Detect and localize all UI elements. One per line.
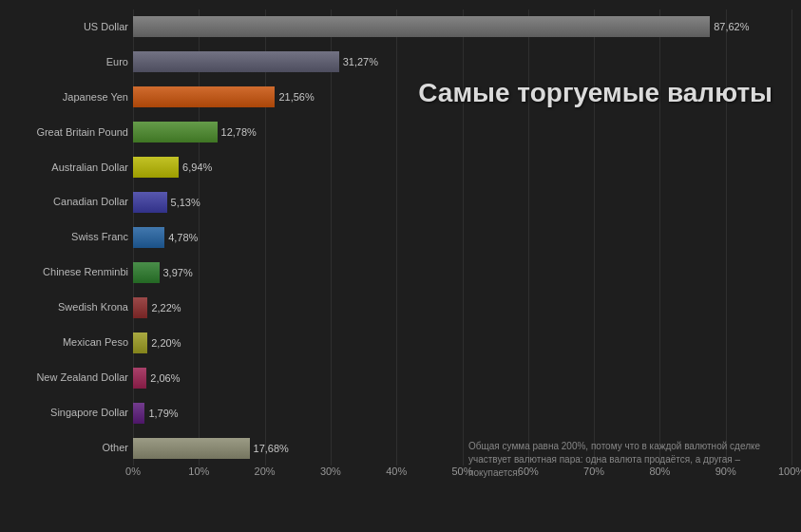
bar — [133, 438, 250, 459]
y-label: New Zealand Dollar — [10, 371, 128, 384]
y-label: Mexican Peso — [10, 336, 128, 349]
y-label: Canadian Dollar — [10, 196, 128, 208]
bar-row: 21,56% — [133, 84, 791, 110]
bar-value-label: 31,27% — [343, 56, 378, 67]
x-tick: 20% — [255, 466, 276, 477]
bar-row: 6,94% — [133, 154, 791, 180]
bar-row: 2,06% — [133, 365, 791, 391]
bar-value-label: 6,94% — [182, 162, 212, 173]
bar — [133, 368, 146, 389]
bar-value-label: 2,22% — [151, 302, 181, 314]
bar-row: 87,62% — [133, 13, 791, 40]
bar-row: 31,27% — [133, 48, 791, 75]
bar — [133, 51, 339, 72]
bar — [133, 262, 160, 283]
bar-row: 5,13% — [133, 189, 791, 216]
bar-value-label: 3,97% — [163, 267, 193, 278]
y-label: Chinese Renminbi — [10, 266, 128, 278]
bar-value-label: 2,20% — [151, 337, 181, 349]
bar — [133, 192, 167, 213]
bar-value-label: 4,78% — [168, 232, 198, 243]
bars-area: 87,62%31,27%21,56%12,78%6,94%5,13%4,78%3… — [133, 10, 791, 466]
x-tick: 0% — [125, 466, 141, 477]
bar-value-label: 87,62% — [714, 21, 749, 32]
bar-value-label: 2,06% — [150, 372, 180, 384]
bar — [133, 403, 144, 424]
bar — [133, 86, 275, 107]
chart-container: US DollarEuroJapanese YenGreat Britain P… — [0, 0, 801, 532]
x-tick: 30% — [320, 466, 341, 477]
y-label: Great Britain Pound — [10, 126, 128, 139]
bar-row: 12,78% — [133, 119, 791, 145]
y-label: Swedish Krona — [10, 301, 128, 314]
y-label: Australian Dollar — [10, 162, 128, 174]
bar — [133, 122, 218, 142]
bar-value-label: 17,68% — [254, 443, 289, 454]
bar-row: 2,22% — [133, 294, 791, 321]
y-label: Japanese Yen — [10, 91, 128, 104]
bar-row: 2,20% — [133, 330, 791, 356]
x-tick: 100% — [778, 466, 801, 477]
bar-value-label: 5,13% — [171, 197, 200, 208]
bar — [133, 227, 164, 248]
y-labels: US DollarEuroJapanese YenGreat Britain P… — [10, 10, 133, 466]
y-label: Swiss Franc — [10, 231, 128, 243]
bar — [133, 297, 147, 318]
bar — [133, 16, 710, 37]
bar-value-label: 1,79% — [148, 408, 178, 419]
x-tick: 40% — [386, 466, 407, 477]
bar-value-label: 21,56% — [278, 91, 314, 103]
bar-row: 1,79% — [133, 400, 791, 427]
bar — [133, 157, 179, 178]
y-label: Singapore Dollar — [10, 407, 128, 419]
bar-row: 4,78% — [133, 224, 791, 251]
chart-area: US DollarEuroJapanese YenGreat Britain P… — [10, 10, 791, 466]
bar-value-label: 12,78% — [221, 126, 257, 138]
y-label: US Dollar — [10, 21, 128, 33]
chart-note: Общая сумма равна 200%, потому что в каж… — [468, 440, 772, 480]
y-label: Euro — [10, 56, 128, 68]
x-tick: 10% — [188, 466, 209, 477]
y-label: Other — [10, 442, 128, 454]
bar — [133, 332, 147, 353]
bar-row: 3,97% — [133, 259, 791, 286]
